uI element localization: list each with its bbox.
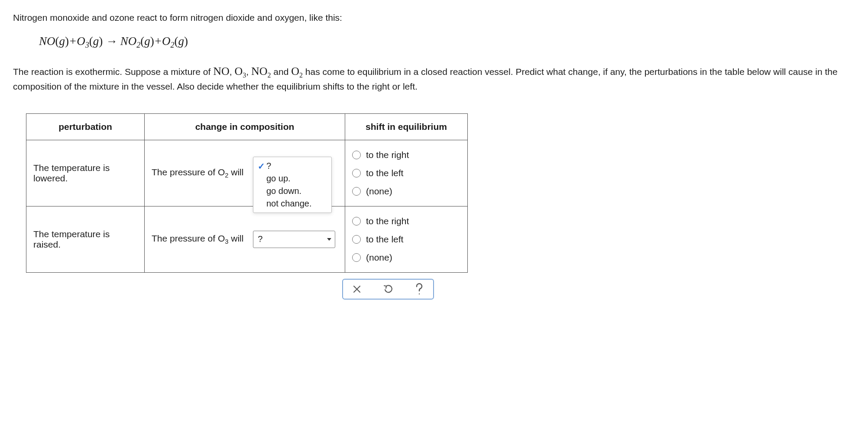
question-icon (414, 283, 425, 296)
change-prefix: The pressure of O3 will (152, 233, 243, 245)
radio-icon (352, 187, 361, 196)
radio-to-right[interactable]: to the right (352, 216, 460, 226)
clear-button[interactable] (351, 283, 363, 295)
reaction-equation: NO(g)+O3(g) → NO2(g)+O2(g) (39, 35, 855, 50)
radio-icon (352, 217, 361, 226)
radio-icon (352, 169, 361, 177)
action-bar (342, 279, 434, 300)
table-row: The temperature is lowered. The pressure… (26, 140, 468, 206)
close-icon (352, 284, 362, 294)
radio-label: (none) (366, 252, 392, 263)
radio-label: (none) (366, 186, 392, 197)
radio-icon (352, 235, 361, 244)
dropdown-option[interactable]: go down. (253, 185, 331, 197)
dropdown-option[interactable]: ? (253, 160, 331, 172)
change-cell: The pressure of O2 will ? go up. go down… (145, 140, 345, 206)
radio-none[interactable]: (none) (352, 252, 460, 263)
radio-none[interactable]: (none) (352, 186, 460, 197)
dropdown-option[interactable]: not change. (253, 197, 331, 210)
svg-point-2 (419, 293, 420, 294)
intro-line-1: Nitrogen monoxide and ozone react to for… (13, 11, 855, 24)
intro-line-2: The reaction is exothermic. Suppose a mi… (13, 63, 855, 93)
perturbation-cell: The temperature is lowered. (26, 140, 145, 206)
reset-button[interactable] (382, 283, 394, 295)
radio-label: to the left (366, 234, 403, 245)
dropdown-listbox[interactable]: ? go up. go down. not change. (253, 157, 332, 213)
header-shift: shift in equilibrium (345, 113, 468, 140)
radio-label: to the right (366, 150, 409, 160)
shift-cell: to the right to the left (none) (345, 206, 468, 272)
shift-cell: to the right to the left (none) (345, 140, 468, 206)
dropdown-option[interactable]: go up. (253, 172, 331, 185)
radio-to-right[interactable]: to the right (352, 150, 460, 160)
radio-icon (352, 253, 361, 262)
change-prefix: The pressure of O2 will (152, 167, 243, 179)
radio-to-left[interactable]: to the left (352, 168, 460, 178)
table-row: The temperature is raised. The pressure … (26, 206, 468, 272)
radio-icon (352, 151, 361, 159)
change-select[interactable]: ? (253, 231, 335, 248)
change-cell: The pressure of O3 will ? (145, 206, 345, 272)
help-button[interactable] (413, 283, 425, 295)
perturbation-cell: The temperature is raised. (26, 206, 145, 272)
radio-to-left[interactable]: to the left (352, 234, 460, 245)
header-perturbation: perturbation (26, 113, 145, 140)
chevron-down-icon (327, 238, 331, 241)
perturbation-table: perturbation change in composition shift… (26, 113, 468, 273)
undo-icon (382, 284, 394, 295)
radio-label: to the right (366, 216, 409, 226)
radio-label: to the left (366, 168, 403, 178)
header-change: change in composition (145, 113, 345, 140)
select-value: ? (258, 234, 262, 244)
